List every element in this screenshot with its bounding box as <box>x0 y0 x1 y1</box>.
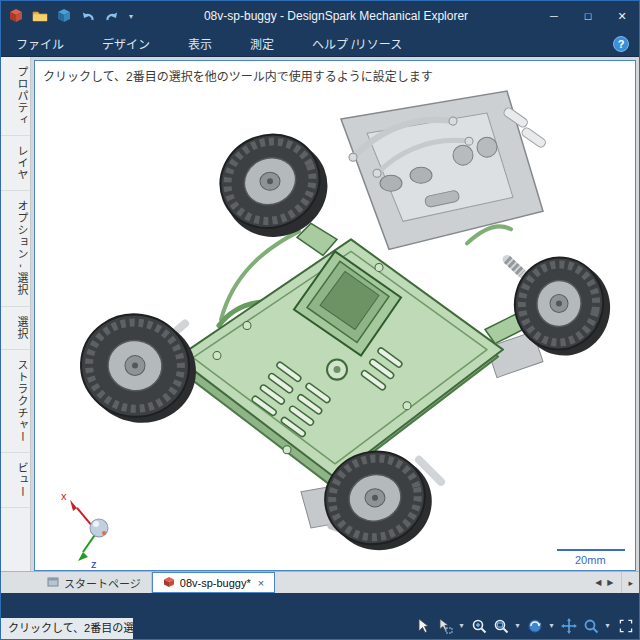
side-panel-tabs: プロパティ レイヤ オプション - 選択 選択 ストラクチャー ビュー <box>1 57 31 571</box>
menu-view[interactable]: 表示 <box>173 31 227 56</box>
maximize-button[interactable]: □ <box>571 1 605 31</box>
tab-overflow-icon[interactable]: ▸ <box>621 572 639 593</box>
zoom-tool-icon[interactable] <box>580 615 601 636</box>
pan-tool-icon[interactable] <box>558 615 579 636</box>
side-tab-options-selection[interactable]: オプション - 選択 <box>1 191 30 307</box>
designspark-window: { "titlebar": { "title": "08v-sp-buggy -… <box>0 0 640 640</box>
view-toolbar: ▾ ▾ ▾ ▾ <box>412 615 613 636</box>
tab-nav-next-icon[interactable]: ▶ <box>607 578 613 587</box>
select-alt-tool-icon[interactable] <box>434 615 455 636</box>
select-tool-icon[interactable] <box>412 615 433 636</box>
tab-nav-prev-icon[interactable]: ◀ <box>595 578 601 587</box>
status-bar: クリックして、2番目の選択 ▾ ▾ ▾ ▾ <box>1 593 639 639</box>
spin-tool-icon[interactable] <box>524 615 545 636</box>
title-bar: ▾ 08v-sp-buggy - DesignSpark Mechanical … <box>1 1 639 31</box>
help-icon[interactable]: ? <box>613 36 629 52</box>
undo-icon[interactable] <box>79 7 97 25</box>
app-logo-icon <box>7 7 25 25</box>
menu-design[interactable]: デザイン <box>87 31 165 56</box>
triad-z-label: z <box>91 558 96 570</box>
tab-navigation: ◀ ▶ <box>587 572 621 593</box>
model-canvas[interactable]: x z 20mm <box>35 61 635 570</box>
start-page-icon <box>47 576 59 590</box>
main-area: プロパティ レイヤ オプション - 選択 選択 ストラクチャー ビュー クリック… <box>1 57 639 571</box>
viewport-hint-text: クリックして、2番目の選択を他のツール内で使用するように設定します <box>43 67 433 84</box>
zoom-in-tool-icon[interactable] <box>468 615 489 636</box>
scale-label: 20mm <box>575 554 606 566</box>
quick-access-toolbar: ▾ <box>1 7 135 25</box>
window-controls: ─ □ ✕ <box>537 1 639 31</box>
menu-measure[interactable]: 測定 <box>235 31 289 56</box>
menu-bar: ファイル デザイン 表示 測定 ヘルプ /リソース ? <box>1 31 639 57</box>
open-folder-icon[interactable] <box>31 7 49 25</box>
menu-file[interactable]: ファイル <box>1 31 79 56</box>
fullscreen-tool-icon[interactable] <box>615 615 636 636</box>
model-viewport[interactable]: クリックして、2番目の選択を他のツール内で使用するように設定します <box>34 60 636 571</box>
side-tab-structure[interactable]: ストラクチャー <box>1 350 30 453</box>
tab-buggy-label: 08v-sp-buggy* <box>180 577 251 589</box>
window-title: 08v-sp-buggy - DesignSpark Mechanical Ex… <box>135 9 537 23</box>
minimize-button[interactable]: ─ <box>537 1 571 31</box>
document-icon <box>163 576 175 590</box>
zoom-window-tool-icon[interactable] <box>490 615 511 636</box>
status-message: クリックして、2番目の選択 <box>1 618 133 639</box>
tab-buggy-document[interactable]: 08v-sp-buggy* × <box>152 572 275 593</box>
tab-start-page-label: スタートページ <box>64 575 141 591</box>
side-tab-properties[interactable]: プロパティ <box>1 57 30 136</box>
tab-start-page[interactable]: スタートページ <box>37 572 152 593</box>
chassis-plate[interactable] <box>172 239 503 484</box>
orientation-triad[interactable]: x z <box>61 490 108 570</box>
scale-indicator: 20mm <box>557 550 625 566</box>
select-dropdown-icon[interactable]: ▾ <box>456 615 467 636</box>
zoom-dropdown-icon[interactable]: ▾ <box>512 615 523 636</box>
menu-help-resources[interactable]: ヘルプ /リソース <box>297 31 417 56</box>
new-design-icon[interactable] <box>55 7 73 25</box>
close-button[interactable]: ✕ <box>605 1 639 31</box>
canvas-frame: クリックして、2番目の選択を他のツール内で使用するように設定します <box>31 57 639 571</box>
document-tab-bar: スタートページ 08v-sp-buggy* × ◀ ▶ ▸ <box>1 571 639 593</box>
front-assembly <box>341 91 547 249</box>
side-tab-selection[interactable]: 選択 <box>1 307 30 350</box>
redo-icon[interactable] <box>103 7 121 25</box>
side-tab-layers[interactable]: レイヤ <box>1 136 30 191</box>
quick-access-dropdown-icon[interactable]: ▾ <box>127 12 135 21</box>
close-tab-icon[interactable]: × <box>258 577 264 589</box>
view-dropdown-icon[interactable]: ▾ <box>602 615 613 636</box>
triad-x-label: x <box>61 490 67 502</box>
side-tab-views[interactable]: ビュー <box>1 453 30 508</box>
spin-dropdown-icon[interactable]: ▾ <box>546 615 557 636</box>
